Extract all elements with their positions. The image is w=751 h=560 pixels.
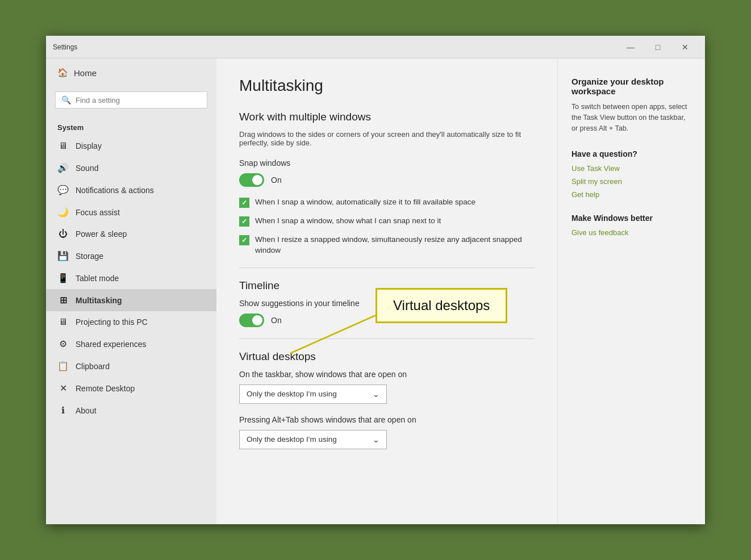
checkbox-label-3: When I resize a snapped window, simultan… <box>255 235 535 256</box>
sidebar-item-home[interactable]: 🏠 Home <box>46 58 216 87</box>
sidebar-item-label: Focus assist <box>76 208 120 217</box>
sidebar-item-label: About <box>76 406 97 415</box>
sidebar-item-remote[interactable]: ✕ Remote Desktop <box>46 377 216 399</box>
sidebar-item-label: Notifications & actions <box>76 186 154 195</box>
settings-window: Settings — □ ✕ 🏠 Home 🔍 System 🖥 Display <box>46 36 705 524</box>
sidebar-item-sound[interactable]: 🔊 Sound <box>46 157 216 179</box>
clipboard-icon: 📋 <box>57 361 69 371</box>
snap-toggle-row: On <box>239 173 535 187</box>
timeline-toggle[interactable] <box>239 314 264 327</box>
sidebar-item-label: Display <box>76 141 102 151</box>
use-task-view-link[interactable]: Use Task View <box>571 164 691 173</box>
make-better-title: Make Windows better <box>571 214 691 223</box>
organize-text: To switch between open apps, select the … <box>571 102 691 133</box>
sidebar-item-label: Sound <box>76 164 98 173</box>
sidebar-item-focus[interactable]: 🌙 Focus assist <box>46 201 216 223</box>
alttab-dropdown[interactable]: Only the desktop I'm using ⌄ <box>239 430 387 449</box>
organize-title: Organize your desktop workspace <box>571 77 691 96</box>
alttab-label: Pressing Alt+Tab shows windows that are … <box>239 415 535 424</box>
callout-label: Virtual desktops <box>393 298 490 313</box>
snap-toggle-thumb <box>252 175 262 185</box>
checkbox-row-1: When I snap a window, automatically size… <box>239 197 535 208</box>
sidebar: 🏠 Home 🔍 System 🖥 Display 🔊 Sound 💬 Noti… <box>46 58 216 524</box>
get-help-link[interactable]: Get help <box>571 190 691 199</box>
taskbar-label: On the taskbar, show windows that are op… <box>239 370 535 379</box>
focus-icon: 🌙 <box>57 207 69 218</box>
section-title-windows: Work with multiple windows <box>239 111 535 123</box>
sidebar-item-label: Storage <box>76 252 103 261</box>
sidebar-item-label: Power & sleep <box>76 229 127 239</box>
section-desc-windows: Drag windows to the sides or corners of … <box>239 130 535 147</box>
checkbox-row-2: When I snap a window, show what I can sn… <box>239 216 535 227</box>
sidebar-item-about[interactable]: ℹ About <box>46 399 216 421</box>
projecting-icon: 🖥 <box>57 317 69 327</box>
sidebar-item-clipboard[interactable]: 📋 Clipboard <box>46 355 216 377</box>
checkbox-label-1: When I snap a window, automatically size… <box>255 197 475 208</box>
tablet-icon: 📱 <box>57 273 69 283</box>
timeline-toggle-thumb <box>252 315 262 325</box>
virtual-desktops-callout: Virtual desktops <box>376 288 507 323</box>
search-icon: 🔍 <box>61 95 71 105</box>
notifications-icon: 💬 <box>57 185 69 195</box>
minimize-button[interactable]: — <box>618 38 644 56</box>
divider-1 <box>239 268 535 268</box>
question-title: Have a question? <box>571 149 691 158</box>
checkbox-3[interactable] <box>239 235 249 245</box>
sidebar-item-label: Remote Desktop <box>76 384 135 393</box>
sidebar-item-label: Multitasking <box>76 296 122 305</box>
split-screen-link[interactable]: Split my screen <box>571 177 691 186</box>
search-input[interactable] <box>76 96 201 105</box>
right-panel: Organize your desktop workspace To switc… <box>557 58 705 524</box>
sidebar-item-shared[interactable]: ⚙ Shared experiences <box>46 333 216 355</box>
sidebar-item-storage[interactable]: 💾 Storage <box>46 245 216 267</box>
sound-icon: 🔊 <box>57 162 69 173</box>
sidebar-section-label: System <box>46 118 216 135</box>
power-icon: ⏻ <box>57 229 69 239</box>
sidebar-item-multitasking[interactable]: ⊞ Multitasking <box>46 289 216 311</box>
sidebar-item-power[interactable]: ⏻ Power & sleep <box>46 223 216 245</box>
alttab-dropdown-chevron: ⌄ <box>373 435 379 444</box>
snap-windows-label: Snap windows <box>239 158 535 168</box>
sidebar-home-label: Home <box>74 68 97 78</box>
feedback-link[interactable]: Give us feedback <box>571 228 691 237</box>
shared-icon: ⚙ <box>57 338 69 349</box>
home-icon: 🏠 <box>57 68 68 78</box>
taskbar-dropdown-chevron: ⌄ <box>373 390 379 399</box>
page-title: Multitasking <box>239 77 535 95</box>
multitasking-icon: ⊞ <box>57 295 69 306</box>
sidebar-item-label: Clipboard <box>76 362 110 371</box>
sidebar-item-projecting[interactable]: 🖥 Projecting to this PC <box>46 311 216 333</box>
titlebar-controls: — □ ✕ <box>618 38 698 56</box>
alttab-dropdown-value: Only the desktop I'm using <box>247 435 337 444</box>
main-content: Multitasking Work with multiple windows … <box>216 58 557 524</box>
checkbox-row-3: When I resize a snapped window, simultan… <box>239 235 535 256</box>
close-button[interactable]: ✕ <box>672 38 698 56</box>
snap-toggle-label: On <box>271 175 282 185</box>
checkbox-1[interactable] <box>239 198 249 208</box>
content-area: 🏠 Home 🔍 System 🖥 Display 🔊 Sound 💬 Noti… <box>46 58 705 524</box>
about-icon: ℹ <box>57 405 69 416</box>
search-box[interactable]: 🔍 <box>55 91 207 108</box>
maximize-button[interactable]: □ <box>645 38 671 56</box>
display-icon: 🖥 <box>57 141 69 151</box>
sidebar-item-tablet[interactable]: 📱 Tablet mode <box>46 267 216 289</box>
taskbar-dropdown[interactable]: Only the desktop I'm using ⌄ <box>239 385 387 404</box>
snap-toggle[interactable] <box>239 173 264 187</box>
checkbox-2[interactable] <box>239 216 249 227</box>
virtual-desktops-section: Virtual desktops Virtual desktops On the… <box>239 350 535 449</box>
sidebar-item-label: Projecting to this PC <box>76 317 148 327</box>
timeline-toggle-label: On <box>271 316 282 325</box>
remote-icon: ✕ <box>57 383 69 394</box>
sidebar-item-display[interactable]: 🖥 Display <box>46 135 216 157</box>
sidebar-item-label: Tablet mode <box>76 274 119 283</box>
storage-icon: 💾 <box>57 250 69 261</box>
taskbar-dropdown-value: Only the desktop I'm using <box>247 390 337 398</box>
sidebar-item-notifications[interactable]: 💬 Notifications & actions <box>46 179 216 201</box>
checkbox-label-2: When I snap a window, show what I can sn… <box>255 216 441 227</box>
titlebar-title: Settings <box>53 43 77 51</box>
sidebar-item-label: Shared experiences <box>76 340 147 349</box>
titlebar: Settings — □ ✕ <box>46 36 705 58</box>
